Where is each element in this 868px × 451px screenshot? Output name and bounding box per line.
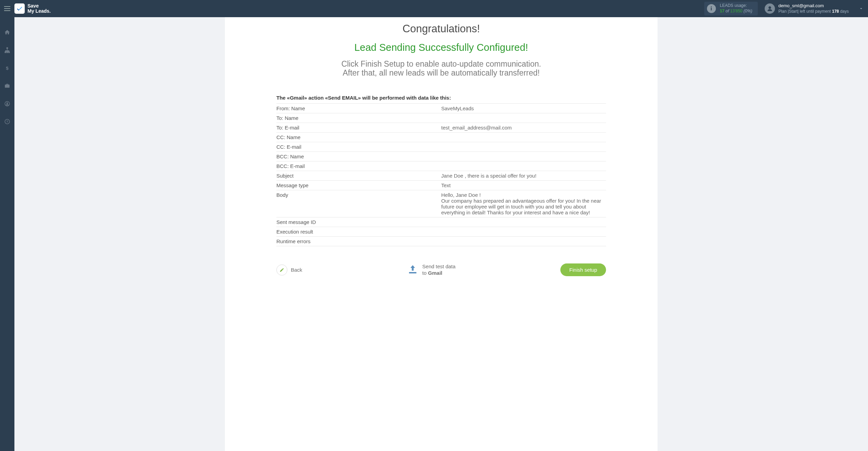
detail-key: CC: Name (276, 134, 441, 140)
detail-key: Subject (276, 173, 441, 179)
sidebar-item-home[interactable] (0, 27, 14, 37)
briefcase-icon (4, 83, 10, 89)
back-button[interactable]: Back (276, 264, 302, 275)
detail-key: From: Name (276, 105, 441, 111)
description: Click Finish Setup to enable auto-update… (225, 59, 658, 78)
info-icon: i (707, 4, 716, 13)
footer-actions: Back Send test data to Gmail Finish setu… (276, 263, 606, 277)
details-caption: The «Gmail» action «Send EMAIL» will be … (276, 95, 606, 101)
detail-key: CC: E-mail (276, 144, 441, 150)
content-card: Congratulations! Lead Sending Successful… (225, 17, 658, 451)
svg-point-1 (768, 7, 771, 9)
user-circle-icon (4, 101, 10, 107)
detail-row: BCC: E-mail (276, 161, 606, 171)
send-test-label: Send test data to Gmail (422, 263, 456, 277)
avatar-icon (765, 3, 775, 14)
detail-val (441, 154, 606, 159)
detail-row: SubjectJane Doe , there is a special off… (276, 171, 606, 180)
leads-usage-widget[interactable]: i LEADS usage: 17 of 13'850 (0%) (704, 2, 758, 15)
detail-val (441, 238, 606, 244)
detail-val (441, 163, 606, 169)
detail-row: From: NameSaveMyLeads (276, 103, 606, 113)
detail-val (441, 115, 606, 121)
dollar-icon: $ (4, 65, 10, 71)
sitemap-icon (4, 47, 10, 53)
user-menu[interactable]: demo_sml@gmail.com Plan |Start| left unt… (765, 3, 849, 14)
details-table: The «Gmail» action «Send EMAIL» will be … (276, 95, 606, 246)
detail-val: Jane Doe , there is a special offer for … (441, 173, 606, 179)
detail-val: Hello, Jane Doe ! Our company has prepar… (441, 192, 606, 215)
detail-key: Sent message ID (276, 219, 441, 225)
detail-key: Runtime errors (276, 238, 441, 244)
detail-key: BCC: E-mail (276, 163, 441, 169)
detail-row: To: Name (276, 113, 606, 123)
user-plan: Plan |Start| left until payment 178 days (778, 9, 849, 14)
detail-row: Sent message ID (276, 217, 606, 227)
send-test-button[interactable]: Send test data to Gmail (407, 263, 456, 277)
detail-row: BCC: Name (276, 151, 606, 161)
pencil-icon (276, 264, 287, 275)
svg-point-4 (7, 102, 8, 104)
detail-key: To: Name (276, 115, 441, 121)
detail-row: CC: Name (276, 132, 606, 142)
detail-val: SaveMyLeads (441, 105, 606, 111)
menu-toggle[interactable] (0, 0, 14, 17)
detail-val: test_email_address@mail.com (441, 125, 606, 131)
logo[interactable]: Save My Leads. (14, 3, 58, 14)
detail-row: CC: E-mail (276, 142, 606, 151)
detail-row: Execution result (276, 227, 606, 236)
detail-key: Execution result (276, 229, 441, 235)
detail-key: To: E-mail (276, 125, 441, 131)
svg-text:?: ? (6, 120, 8, 123)
help-icon: ? (4, 119, 10, 125)
leads-usage-value: 17 of 13'850 (0%) (720, 9, 752, 14)
detail-val (441, 229, 606, 235)
detail-key: Body (276, 192, 441, 215)
sidebar-item-help[interactable]: ? (0, 117, 14, 126)
detail-val (441, 144, 606, 150)
finish-setup-button[interactable]: Finish setup (560, 263, 606, 276)
detail-val (441, 134, 606, 140)
svg-text:$: $ (6, 66, 9, 71)
sidebar-item-briefcase[interactable] (0, 81, 14, 91)
sidebar: $ ? (0, 17, 14, 451)
page: Congratulations! Lead Sending Successful… (14, 17, 868, 451)
logo-text: Save My Leads. (27, 3, 51, 14)
detail-key: Message type (276, 182, 441, 188)
chevron-down-icon (859, 6, 864, 11)
detail-row: To: E-mailtest_email_address@mail.com (276, 123, 606, 132)
detail-row: Message typeText (276, 180, 606, 190)
top-bar: Save My Leads. i LEADS usage: 17 of 13'8… (0, 0, 868, 17)
detail-val: Text (441, 182, 606, 188)
home-icon (4, 29, 10, 35)
detail-row: BodyHello, Jane Doe ! Our company has pr… (276, 190, 606, 217)
detail-row: Runtime errors (276, 236, 606, 246)
upload-icon (407, 264, 418, 276)
subhead: Lead Sending Successfully Configured! (225, 42, 658, 53)
hamburger-icon (4, 6, 10, 11)
user-email: demo_sml@gmail.com (778, 3, 849, 9)
sidebar-item-billing[interactable]: $ (0, 63, 14, 73)
sidebar-item-connections[interactable] (0, 45, 14, 55)
sidebar-item-account[interactable] (0, 99, 14, 109)
leads-usage-label: LEADS usage: (720, 3, 752, 9)
detail-val (441, 219, 606, 225)
user-menu-chevron[interactable] (854, 6, 868, 11)
headline: Congratulations! (225, 23, 658, 35)
detail-key: BCC: Name (276, 154, 441, 159)
back-label: Back (291, 267, 302, 273)
logo-icon (14, 3, 25, 14)
